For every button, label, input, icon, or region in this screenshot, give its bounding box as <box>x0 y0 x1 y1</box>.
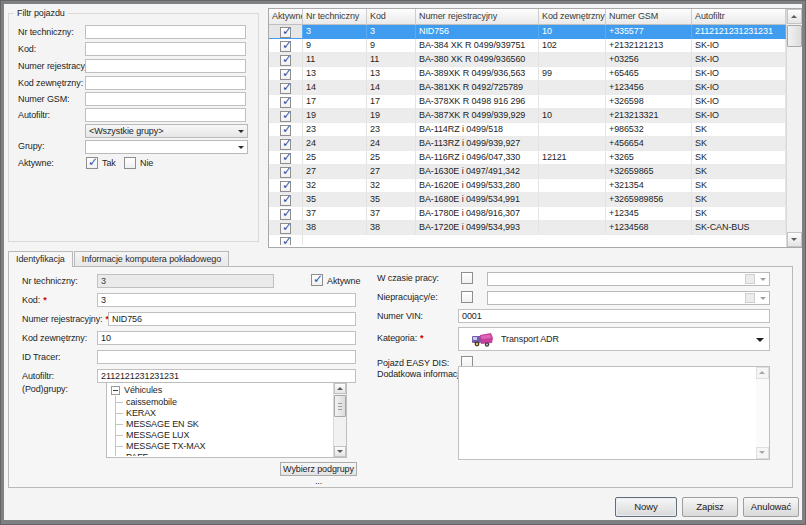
form-label-dodatkowa: Dodatkowa informacje: <box>377 369 466 379</box>
scroll-down-arrow-icon[interactable] <box>756 447 769 459</box>
table-cell <box>539 165 606 179</box>
table-row[interactable]: 99BA-384 XK R 0499/939751102+2132121213S… <box>269 39 786 53</box>
table-cell: 38 <box>367 221 416 235</box>
form-input-numer-rejestracyjny[interactable]: NID756 <box>108 312 356 326</box>
table-row[interactable]: 2323BA-114RZ i 0499/518+986532SK <box>269 123 786 137</box>
row-active-checkbox[interactable] <box>280 223 291 234</box>
table-row[interactable]: 3232BA-1620E i 0499/533,280+321354SK <box>269 179 786 193</box>
tree-item[interactable]: MESSAGE TX-MAX <box>110 441 332 452</box>
row-active-checkbox[interactable] <box>280 55 291 66</box>
form-aktywne-checkbox[interactable] <box>311 274 323 286</box>
row-active-checkbox[interactable] <box>280 153 291 164</box>
memo-vertical-scrollbar[interactable] <box>756 367 769 459</box>
w-czasie-pracy-checkbox[interactable] <box>461 272 473 284</box>
form-input-numer-vin[interactable]: 0001 <box>458 309 770 323</box>
table-cell: 37 <box>367 207 416 221</box>
dodatkowa-informacje-textarea[interactable] <box>458 366 770 460</box>
row-active-checkbox[interactable] <box>280 209 291 220</box>
chevron-down-icon <box>238 130 244 136</box>
scrollbar-thumb[interactable] <box>334 395 346 417</box>
table-cell: +12345 <box>606 207 692 221</box>
row-active-checkbox[interactable] <box>280 167 291 178</box>
tree-vertical-scrollbar[interactable] <box>333 383 346 457</box>
table-row[interactable]: 33NID75610+3355772112121231231231 <box>269 25 786 39</box>
table-cell: +65465 <box>606 67 692 81</box>
required-asterisk: * <box>43 295 46 305</box>
table-row[interactable]: 1717BA-378XK R 0498 916 296+326598SK-IO <box>269 95 786 109</box>
grid-column-header[interactable]: Numer rejestracyjny <box>416 9 539 25</box>
row-active-checkbox[interactable] <box>280 195 291 206</box>
grid-column-header[interactable]: Kod zewnętrzny <box>539 9 606 25</box>
niepracujacy-checkbox[interactable] <box>461 291 473 303</box>
filter-input-kod[interactable] <box>85 42 246 56</box>
niepracujacy-dropdown <box>487 291 770 305</box>
grid-column-header[interactable]: Nr techniczny <box>303 9 367 25</box>
tree-item[interactable]: PAFF <box>110 452 332 456</box>
tree-root-item[interactable]: Véhicules <box>110 385 332 397</box>
row-active-checkbox[interactable] <box>280 97 291 108</box>
row-active-checkbox[interactable] <box>280 69 291 80</box>
form-input-id-tracer[interactable] <box>97 350 356 364</box>
row-active-checkbox[interactable] <box>280 41 291 52</box>
tree-collapse-icon[interactable] <box>111 386 120 395</box>
row-active-checkbox[interactable] <box>280 83 291 94</box>
filter-input-autofiltr[interactable] <box>85 108 246 122</box>
scroll-up-arrow-icon[interactable] <box>787 9 802 24</box>
row-active-checkbox[interactable] <box>280 111 291 122</box>
table-row[interactable]: 3737BA-1780E i 0498/916,307+12345SK <box>269 207 786 221</box>
table-row[interactable]: 1313BA-389XK R 0499/936,56399+65465SK-IO <box>269 67 786 81</box>
table-row[interactable]: 1919BA-387XK R 0499/939,92910+213213321S… <box>269 109 786 123</box>
table-cell <box>539 179 606 193</box>
form-label-id-tracer: ID Tracer: <box>22 352 61 362</box>
groups-dropdown-second[interactable] <box>85 140 248 154</box>
table-cell: +123456 <box>606 81 692 95</box>
grid-column-header[interactable]: Aktywne <box>269 9 303 25</box>
grid-column-header[interactable]: Numer GSM <box>606 9 692 25</box>
scroll-up-arrow-icon[interactable] <box>756 367 769 379</box>
grid-column-header[interactable]: Autofiltr <box>692 9 786 25</box>
form-input-kod-zewnetrzny[interactable]: 10 <box>97 331 356 345</box>
tab-informacje-komputera[interactable]: Informacje komputera pokładowego <box>74 251 229 266</box>
form-input-kod[interactable]: 3 <box>97 293 356 307</box>
table-vertical-scrollbar[interactable] <box>786 9 802 247</box>
table-row[interactable]: 3535BA-1680E i 0499/534,991+3265989856SK <box>269 193 786 207</box>
filter-active-no-checkbox[interactable] <box>124 157 136 169</box>
tree-item[interactable]: MESSAGE EN SK <box>110 419 332 430</box>
row-active-checkbox[interactable] <box>280 139 291 150</box>
scroll-down-arrow-icon[interactable] <box>334 446 346 457</box>
tab-identyfikacja[interactable]: Identyfikacja <box>8 251 73 267</box>
table-row[interactable]: 2525BA-116RZ i 0496/047,33012121+3265SK <box>269 151 786 165</box>
save-button[interactable]: Zapisz <box>682 497 738 517</box>
tree-item[interactable]: MESSAGE LUX <box>110 430 332 441</box>
tree-item[interactable]: KERAX <box>110 408 332 419</box>
form-label-kod-zewnetrzny: Kod zewnętrzny: <box>22 333 87 343</box>
row-active-checkbox[interactable] <box>280 125 291 136</box>
row-active-checkbox[interactable] <box>280 27 291 38</box>
table-row[interactable]: 2424BA-113RZ i 0499/939,927+456654SK <box>269 137 786 151</box>
select-subgroups-button[interactable]: Wybierz podgrupy ... <box>280 462 357 476</box>
scrollbar-thumb[interactable] <box>787 25 802 47</box>
subgroups-tree-view: Véhicules caissemobileKERAXMESSAGE EN SK… <box>108 384 332 456</box>
filter-label-kod: Kod: <box>18 44 36 54</box>
table-row[interactable]: 1111BA-380 XK R 0499/936560+03256SK-IO <box>269 53 786 67</box>
table-row[interactable]: 2727BA-1630E i 0497/491,342+32659865SK <box>269 165 786 179</box>
filter-active-yes-checkbox[interactable] <box>86 157 98 169</box>
filter-input-numer-rejestracyjny[interactable] <box>85 59 246 73</box>
grid-column-header[interactable]: Kod <box>367 9 416 25</box>
scroll-down-arrow-icon[interactable] <box>787 232 802 247</box>
groups-dropdown-all[interactable]: <Wszystkie grupy> <box>85 124 248 138</box>
scroll-up-arrow-icon[interactable] <box>334 383 346 394</box>
filter-input-numer-gsm[interactable] <box>85 92 246 106</box>
form-input-autofiltr[interactable]: 2112121231231231 <box>97 369 356 383</box>
kategoria-dropdown[interactable]: Transport ADR <box>458 327 770 351</box>
cancel-button[interactable]: Anulować <box>743 497 799 517</box>
row-active-checkbox[interactable] <box>280 181 291 192</box>
table-cell: 3 <box>303 25 367 39</box>
filter-input-kod-zewnetrzny[interactable] <box>85 76 246 90</box>
filter-input-nr-techniczny[interactable] <box>85 25 246 39</box>
new-button[interactable]: Nowy <box>615 497 677 517</box>
table-cell: 14 <box>303 81 367 95</box>
table-row[interactable]: 3838BA-1720E i 0499/534,993+1234568SK-CA… <box>269 221 786 235</box>
tree-item[interactable]: caissemobile <box>110 397 332 408</box>
table-row[interactable]: 1414BA-381XK R 0492/725789+123456SK-IO <box>269 81 786 95</box>
